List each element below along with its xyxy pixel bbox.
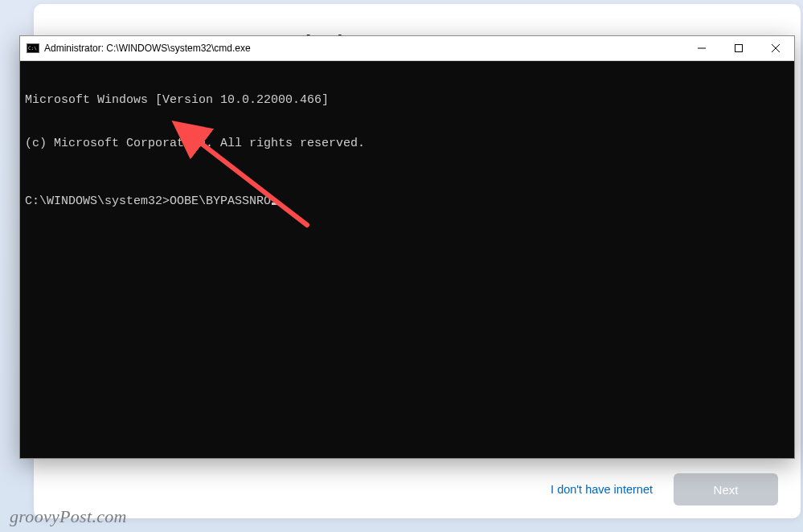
svg-rect-1	[735, 45, 743, 52]
window-controls	[683, 36, 794, 60]
minimize-button[interactable]	[683, 36, 720, 60]
maximize-icon	[735, 44, 743, 52]
watermark-text: groovyPost.com	[10, 506, 127, 527]
cmd-icon	[27, 43, 39, 53]
terminal-command: OOBE\BYPASSNRO	[170, 194, 271, 208]
oobe-footer: I don't have internet Next	[551, 473, 778, 505]
terminal-prompt: C:\WINDOWS\system32>	[25, 194, 170, 208]
close-icon	[772, 44, 780, 52]
terminal-body[interactable]: Microsoft Windows [Version 10.0.22000.46…	[20, 61, 794, 458]
window-title: Administrator: C:\WINDOWS\system32\cmd.e…	[44, 43, 683, 54]
terminal-cursor	[272, 203, 278, 205]
terminal-prompt-line: C:\WINDOWS\system32>OOBE\BYPASSNRO	[25, 194, 789, 209]
next-button[interactable]: Next	[674, 473, 778, 505]
terminal-line-copyright: (c) Microsoft Corporation. All rights re…	[25, 137, 789, 151]
no-internet-link[interactable]: I don't have internet	[551, 483, 653, 496]
window-titlebar[interactable]: Administrator: C:\WINDOWS\system32\cmd.e…	[20, 36, 794, 61]
command-prompt-window: Administrator: C:\WINDOWS\system32\cmd.e…	[19, 35, 795, 459]
terminal-line-version: Microsoft Windows [Version 10.0.22000.46…	[25, 93, 789, 108]
minimize-icon	[698, 44, 706, 52]
maximize-button[interactable]	[720, 36, 757, 60]
close-button[interactable]	[757, 36, 794, 60]
